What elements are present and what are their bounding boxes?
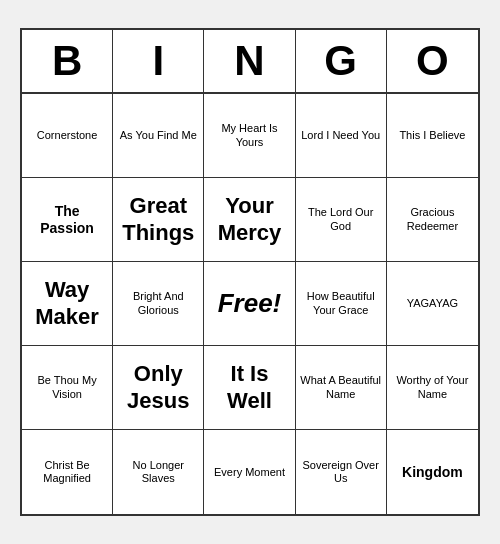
bingo-cell-8[interactable]: The Lord Our God xyxy=(296,178,387,262)
bingo-letter-i: I xyxy=(113,30,204,92)
bingo-cell-6[interactable]: Great Things xyxy=(113,178,204,262)
bingo-cell-17[interactable]: It Is Well xyxy=(204,346,295,430)
bingo-card: BINGO CornerstoneAs You Find MeMy Heart … xyxy=(20,28,480,516)
bingo-cell-21[interactable]: No Longer Slaves xyxy=(113,430,204,514)
bingo-cell-22[interactable]: Every Moment xyxy=(204,430,295,514)
bingo-cell-2[interactable]: My Heart Is Yours xyxy=(204,94,295,178)
bingo-cell-14[interactable]: YAGAYAG xyxy=(387,262,478,346)
bingo-letter-n: N xyxy=(204,30,295,92)
bingo-cell-16[interactable]: Only Jesus xyxy=(113,346,204,430)
bingo-cell-11[interactable]: Bright And Glorious xyxy=(113,262,204,346)
bingo-grid: CornerstoneAs You Find MeMy Heart Is You… xyxy=(22,94,478,514)
bingo-cell-18[interactable]: What A Beautiful Name xyxy=(296,346,387,430)
bingo-cell-13[interactable]: How Beautiful Your Grace xyxy=(296,262,387,346)
bingo-cell-9[interactable]: Gracious Redeemer xyxy=(387,178,478,262)
bingo-cell-1[interactable]: As You Find Me xyxy=(113,94,204,178)
bingo-cell-15[interactable]: Be Thou My Vision xyxy=(22,346,113,430)
bingo-cell-0[interactable]: Cornerstone xyxy=(22,94,113,178)
bingo-header: BINGO xyxy=(22,30,478,94)
bingo-cell-23[interactable]: Sovereign Over Us xyxy=(296,430,387,514)
bingo-cell-4[interactable]: This I Believe xyxy=(387,94,478,178)
bingo-cell-10[interactable]: Way Maker xyxy=(22,262,113,346)
bingo-cell-20[interactable]: Christ Be Magnified xyxy=(22,430,113,514)
bingo-letter-b: B xyxy=(22,30,113,92)
bingo-letter-g: G xyxy=(296,30,387,92)
bingo-cell-5[interactable]: The Passion xyxy=(22,178,113,262)
bingo-cell-19[interactable]: Worthy of Your Name xyxy=(387,346,478,430)
bingo-cell-12[interactable]: Free! xyxy=(204,262,295,346)
bingo-cell-24[interactable]: Kingdom xyxy=(387,430,478,514)
bingo-cell-7[interactable]: Your Mercy xyxy=(204,178,295,262)
bingo-cell-3[interactable]: Lord I Need You xyxy=(296,94,387,178)
bingo-letter-o: O xyxy=(387,30,478,92)
